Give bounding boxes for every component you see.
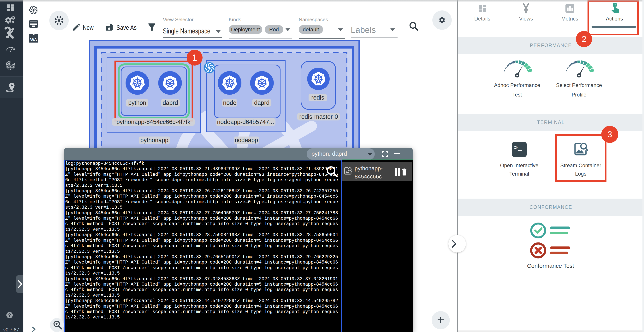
svg-text:1: 1	[192, 53, 197, 63]
svg-text:WA: WA	[30, 37, 37, 42]
